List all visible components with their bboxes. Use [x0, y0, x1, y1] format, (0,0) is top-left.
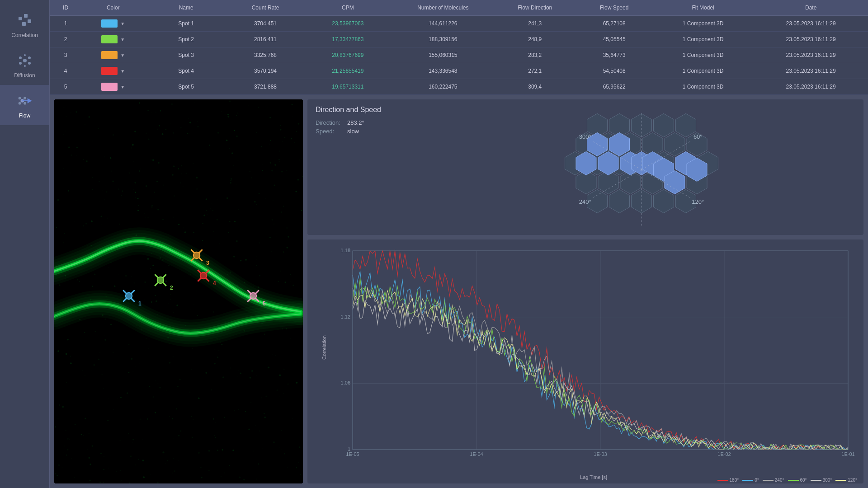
svg-point-10	[24, 65, 26, 67]
table-row[interactable]: 1 ▼ Spot 1 3704,451 23,53967063 144,6112…	[50, 16, 868, 32]
cell-flow-dir: 272,1	[494, 63, 576, 79]
legend-item: 0°	[742, 478, 759, 483]
direction-row: Direction: 283.2°	[316, 119, 397, 126]
cell-cpm: 21,25855419	[303, 63, 392, 79]
col-cpm: CPM	[303, 0, 392, 16]
compass-canvas	[547, 106, 719, 228]
cell-color: ▼	[81, 63, 145, 79]
col-count-rate: Count Rate	[227, 0, 303, 16]
cell-color: ▼	[81, 47, 145, 63]
cell-id: 5	[50, 79, 81, 95]
cell-molecules: 155,060315	[392, 47, 494, 63]
svg-point-4	[23, 59, 27, 62]
svg-rect-0	[19, 17, 22, 20]
cell-flow-dir: 248,9	[494, 32, 576, 47]
legend-item: 120°	[835, 478, 857, 483]
cell-count-rate: 3570,194	[227, 63, 303, 79]
cell-count-rate: 2816,411	[227, 32, 303, 47]
cell-flow-dir: 241,3	[494, 16, 576, 32]
chart-canvas	[330, 244, 857, 465]
svg-rect-1	[24, 14, 28, 18]
cell-flow-speed: 54,50408	[576, 63, 652, 79]
sidebar-item-diffusion[interactable]: Diffusion	[0, 45, 49, 85]
table-row[interactable]: 3 ▼ Spot 3 3325,768 20,83767699 155,0603…	[50, 47, 868, 63]
cell-name: Spot 1	[145, 16, 227, 32]
svg-rect-3	[22, 22, 26, 26]
cell-flow-speed: 35,64773	[576, 47, 652, 63]
col-color: Color	[81, 0, 145, 16]
chart-x-label: Lag Time [s]	[580, 474, 607, 480]
direction-speed-panel: Direction and Speed Direction: 283.2° Sp…	[307, 99, 863, 235]
svg-rect-2	[28, 19, 31, 23]
svg-point-14	[24, 97, 26, 99]
cell-fit-model: 1 Component 3D	[652, 16, 754, 32]
cell-color: ▼	[81, 16, 145, 32]
direction-label: Direction:	[316, 119, 343, 126]
cell-fit-model: 1 Component 3D	[652, 32, 754, 47]
direction-info: Direction and Speed Direction: 283.2° Sp…	[316, 106, 397, 229]
cell-fit-model: 1 Component 3D	[652, 79, 754, 95]
legend-item: 60°	[788, 478, 807, 483]
cell-name: Spot 5	[145, 79, 227, 95]
correlation-icon	[15, 11, 34, 30]
table-row[interactable]: 2 ▼ Spot 2 2816,411 17,33477863 188,3091…	[50, 32, 868, 47]
col-molecules: Number of Molecules	[392, 0, 494, 16]
col-fit-model: Fit Model	[652, 0, 754, 16]
cell-flow-speed: 45,05545	[576, 32, 652, 47]
right-panel: Direction and Speed Direction: 283.2° Sp…	[307, 95, 868, 488]
sidebar-label-correlation: Correlation	[11, 32, 38, 38]
data-table-area: ID Color Name Count Rate CPM Number of M…	[50, 0, 868, 95]
cell-fit-model: 1 Component 3D	[652, 47, 754, 63]
cell-date: 23.05.2023 16:11:29	[754, 79, 868, 95]
sidebar-item-correlation[interactable]: Correlation	[0, 5, 49, 45]
flow-icon	[15, 91, 34, 110]
cell-cpm: 17,33477863	[303, 32, 392, 47]
cell-molecules: 144,611226	[392, 16, 494, 32]
cell-flow-dir: 309,4	[494, 79, 576, 95]
cell-name: Spot 4	[145, 63, 227, 79]
microscopy-image-panel	[54, 99, 303, 483]
cell-date: 23.05.2023 16:11:29	[754, 47, 868, 63]
col-date: Date	[754, 0, 868, 16]
svg-point-5	[19, 56, 22, 59]
cell-molecules: 188,309156	[392, 32, 494, 47]
sidebar-item-flow[interactable]: Flow	[0, 85, 49, 125]
col-id: ID	[50, 0, 81, 16]
chart-y-label: Correlation	[321, 335, 327, 360]
cell-molecules: 143,336548	[392, 63, 494, 79]
col-flow-dir: Flow Direction	[494, 0, 576, 16]
cell-id: 1	[50, 16, 81, 32]
col-name: Name	[145, 0, 227, 16]
cell-color: ▼	[81, 79, 145, 95]
sidebar-label-diffusion: Diffusion	[14, 72, 35, 79]
cell-date: 23.05.2023 16:11:29	[754, 16, 868, 32]
microscopy-canvas	[54, 99, 303, 483]
cell-id: 4	[50, 63, 81, 79]
cell-count-rate: 3704,451	[227, 16, 303, 32]
sidebar: Correlation Diffusion	[0, 0, 50, 488]
correlation-chart-panel: Correlation Lag Time [s] 180°0°240°60°30…	[307, 239, 863, 483]
cell-name: Spot 2	[145, 32, 227, 47]
svg-point-6	[28, 56, 31, 59]
legend-item: 300°	[811, 478, 832, 483]
svg-point-12	[18, 97, 21, 99]
direction-title: Direction and Speed	[316, 106, 397, 114]
cell-fit-model: 1 Component 3D	[652, 63, 754, 79]
speed-label: Speed:	[316, 128, 343, 135]
cell-date: 23.05.2023 16:11:29	[754, 32, 868, 47]
speed-value: slow	[347, 128, 359, 135]
svg-point-15	[24, 102, 26, 105]
cell-date: 23.05.2023 16:11:29	[754, 63, 868, 79]
svg-point-7	[19, 62, 22, 65]
legend-item: 240°	[763, 478, 784, 483]
svg-point-9	[24, 54, 26, 56]
cell-name: Spot 3	[145, 47, 227, 63]
cell-flow-speed: 65,27108	[576, 16, 652, 32]
cell-cpm: 23,53967063	[303, 16, 392, 32]
svg-point-8	[28, 62, 31, 65]
bottom-section: Direction and Speed Direction: 283.2° Sp…	[50, 95, 868, 488]
cell-molecules: 160,222475	[392, 79, 494, 95]
sidebar-label-flow: Flow	[19, 113, 30, 119]
table-row[interactable]: 4 ▼ Spot 4 3570,194 21,25855419 143,3365…	[50, 63, 868, 79]
table-row[interactable]: 5 ▼ Spot 5 3721,888 19,65713311 160,2224…	[50, 79, 868, 95]
